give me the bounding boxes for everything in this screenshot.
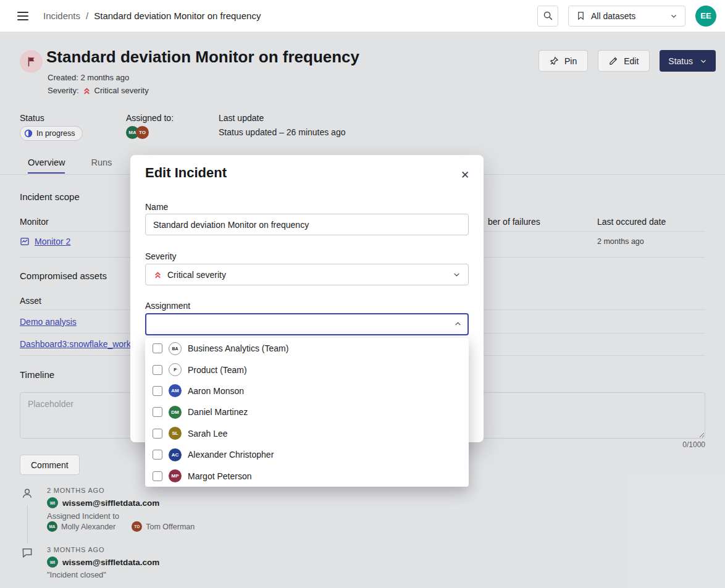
asset-link[interactable]: Dashboard3:snowflake_work	[20, 339, 131, 349]
option-label: Alexander Christopher	[188, 450, 274, 460]
breadcrumb-incidents[interactable]: Incidents	[43, 10, 80, 21]
tab-runs[interactable]: Runs	[91, 158, 112, 174]
pin-icon	[550, 56, 559, 65]
assignee-chip: MA Molly Alexander	[47, 521, 115, 532]
last-occured-column-header: Last occured date	[597, 217, 666, 227]
assignment-option[interactable]: P Product (Team)	[145, 359, 469, 380]
user-avatar: WI	[47, 556, 58, 568]
datasets-dropdown[interactable]: All datasets	[568, 6, 685, 27]
severity-value: Critical severity	[94, 86, 149, 95]
timeline-connector	[27, 505, 28, 544]
option-label: Product (Team)	[188, 365, 247, 375]
option-label: Aaron Monson	[188, 386, 244, 396]
user-avatar: MP	[169, 469, 182, 482]
checkbox[interactable]	[153, 450, 162, 460]
asset-column-header: Asset	[20, 296, 41, 306]
last-update-label: Last update	[219, 113, 264, 123]
assignment-option[interactable]: BA Business Analytics (Team)	[145, 338, 469, 359]
edit-label: Edit	[624, 56, 639, 66]
close-icon[interactable]: ✕	[458, 167, 472, 182]
pin-button[interactable]: Pin	[539, 50, 588, 72]
compromised-assets-heading: Compromised assets	[20, 271, 107, 281]
assignee-name: Tom Offerman	[146, 523, 195, 531]
user-email: wissem@siffletdata.com	[62, 558, 159, 567]
critical-severity-icon	[153, 270, 162, 279]
assignment-option[interactable]: DM Daniel Martinez	[145, 401, 469, 422]
assigned-to-label: Assigned to:	[126, 113, 174, 123]
status-dropdown-button[interactable]: Status	[660, 50, 716, 72]
breadcrumb-current: Standard deviation Monitor on frequency	[94, 10, 261, 21]
assignee-avatar: TO	[132, 521, 142, 532]
page-title: Standard deviation Monitor on frequency	[46, 48, 359, 67]
team-avatar: P	[169, 363, 182, 376]
timeline-entry-time: 3 MONTHS AGO	[47, 546, 104, 553]
assignee-chip: TO Tom Offerman	[132, 521, 195, 532]
name-field-label: Name	[145, 202, 168, 212]
option-label: Margot Peterson	[188, 471, 252, 481]
search-icon	[543, 10, 553, 21]
chevron-up-icon	[454, 320, 462, 328]
in-progress-icon	[24, 129, 33, 138]
comment-bubble-icon	[21, 547, 33, 559]
user-avatar: AM	[169, 384, 182, 397]
menu-icon[interactable]	[17, 12, 28, 20]
tab-overview[interactable]: Overview	[28, 158, 65, 174]
assignment-option[interactable]: SL Sarah Lee	[145, 423, 469, 444]
team-avatar: BA	[169, 342, 182, 355]
timeline-entry-user: WI wissem@siffletdata.com	[47, 556, 159, 568]
timeline-entry-time: 2 MONTHS AGO	[47, 487, 104, 494]
user-avatar: WI	[47, 497, 58, 508]
user-avatar: SL	[169, 427, 182, 440]
checkbox[interactable]	[153, 343, 162, 353]
timeline-entry-quote: "Incident closed"	[47, 570, 106, 579]
severity-line: Severity: Critical severity	[48, 86, 149, 95]
assignment-option[interactable]: AC Alexander Christopher	[145, 444, 469, 465]
assignment-options-list: BA Business Analytics (Team) P Product (…	[145, 338, 469, 487]
user-email: wissem@siffletdata.com	[62, 498, 159, 508]
asset-link[interactable]: Demo analysis	[20, 317, 77, 327]
severity-select[interactable]: Critical severity	[145, 264, 469, 285]
user-avatar: DM	[169, 406, 182, 419]
chevron-down-icon	[700, 57, 707, 65]
status-badge: In progress	[20, 126, 83, 141]
assignment-option[interactable]: MP Margot Peterson	[145, 465, 469, 486]
last-update-value: Status updated – 26 minutes ago	[219, 127, 345, 137]
option-label: Sarah Lee	[188, 429, 228, 439]
assignee-name: Molly Alexander	[61, 523, 115, 531]
checkbox[interactable]	[153, 365, 162, 375]
chevron-down-icon	[670, 12, 677, 20]
timeline-heading: Timeline	[20, 369, 54, 380]
monitor-column-header: Monitor	[20, 217, 49, 227]
user-avatar: AC	[169, 448, 182, 461]
breadcrumb-separator: /	[86, 10, 88, 21]
assignee-avatars: MA TO	[126, 126, 149, 139]
timeline-assignees: MA Molly Alexander TO Tom Offerman	[47, 521, 195, 532]
status-button-label: Status	[668, 56, 693, 66]
severity-select-value: Critical severity	[167, 270, 226, 280]
severity-field-label: Severity	[145, 251, 177, 261]
flag-icon	[26, 56, 37, 67]
monitor-link[interactable]: Monitor 2	[35, 237, 70, 246]
timeline-entry-action: Assigned Incident to	[47, 511, 119, 521]
checkbox[interactable]	[153, 429, 162, 439]
incident-flag-badge	[20, 50, 43, 73]
char-counter: 0/1000	[682, 440, 705, 449]
checkbox[interactable]	[153, 407, 162, 417]
assignment-option[interactable]: AM Aaron Monson	[145, 380, 469, 401]
status-badge-label: In progress	[36, 129, 75, 138]
chevron-down-icon	[453, 271, 461, 279]
checkbox[interactable]	[153, 471, 162, 481]
person-icon	[21, 487, 33, 500]
name-input[interactable]	[145, 214, 469, 235]
severity-label: Severity:	[48, 86, 79, 95]
user-avatar[interactable]: EE	[695, 6, 716, 27]
assignee-avatar: MA	[47, 521, 57, 532]
assignment-field-label: Assignment	[145, 301, 190, 311]
comment-button[interactable]: Comment	[20, 455, 80, 475]
edit-incident-modal: Edit Incident ✕ Name Severity Critical s…	[130, 155, 484, 442]
status-column-label: Status	[20, 113, 44, 123]
edit-button[interactable]: Edit	[598, 50, 650, 72]
checkbox[interactable]	[153, 386, 162, 396]
search-button[interactable]	[537, 6, 558, 27]
assignment-input[interactable]	[145, 313, 469, 335]
